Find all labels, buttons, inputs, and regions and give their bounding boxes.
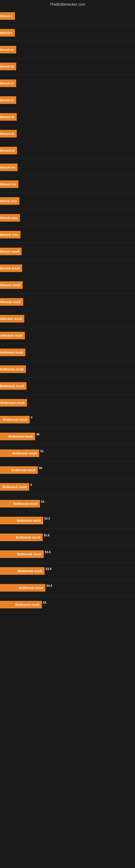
- bar-row: Bottleneck result: [0, 378, 135, 394]
- bar-label: Bottleneck result: [10, 466, 37, 474]
- bar-fill: Bottleneck r: [0, 12, 15, 20]
- bar-value: 53.9: [46, 567, 51, 570]
- bar-row: Bottleneck res: [0, 159, 135, 176]
- bar-row: Bottleneck result51.: [0, 495, 135, 512]
- bar-value: 51.: [40, 450, 44, 453]
- bar-fill: Bottleneck res: [0, 180, 18, 188]
- bar-fill: Bottleneck resu: [0, 197, 19, 205]
- bar-fill: Bottleneck r: [0, 29, 15, 37]
- bar-fill: Bottleneck re: [0, 46, 16, 54]
- bar-label: Bottleneck result: [11, 450, 38, 457]
- bar-value: 50: [39, 466, 42, 469]
- bar-label: Bottleneck result: [12, 500, 39, 507]
- bar-row: Bottleneck result: [0, 394, 135, 411]
- bar-value: 54.4: [46, 584, 52, 587]
- bar-row: Bottleneck result52.6: [0, 529, 135, 546]
- bar-value: 53.2: [44, 517, 50, 520]
- bar-label: Bottleneck result: [2, 416, 29, 424]
- bar-row: Bottleneck result: [0, 344, 135, 361]
- bar-label: Bottleneck re: [0, 63, 15, 70]
- bar-fill: Bottleneck re: [0, 113, 17, 121]
- bar-label: Bottleneck re: [0, 130, 16, 137]
- bar-fill: Bottleneck resu: [0, 214, 20, 222]
- bar-row: Bottleneck result53.2: [0, 512, 135, 529]
- bar-label: Bottleneck result: [0, 315, 23, 322]
- bar-fill: Bottleneck result: [0, 332, 25, 339]
- bar-fill: Bottleneck result: [0, 567, 45, 575]
- bar-row: Bottleneck res: [0, 176, 135, 193]
- bar-label: Bottleneck re: [0, 96, 15, 104]
- bar-label: Bottleneck resu: [0, 197, 18, 205]
- bar-label: Bottleneck result: [7, 433, 34, 440]
- bar-fill: Bottleneck result: [0, 550, 44, 558]
- bar-label: Bottleneck result: [0, 348, 24, 356]
- bar-label: Bottleneck resu: [0, 214, 19, 222]
- bar-row: Bottleneck r: [0, 24, 135, 41]
- bar-row: Bottleneck re: [0, 75, 135, 92]
- bar-fill: Bottleneck result: [0, 298, 23, 306]
- bar-label: Bottleneck r: [0, 12, 14, 20]
- bar-label: Bottleneck res: [0, 163, 16, 171]
- bar-row: Bottleneck re: [0, 92, 135, 108]
- bar-fill: Bottleneck result: [0, 399, 27, 407]
- bar-fill: Bottleneck result: [0, 315, 24, 322]
- bar-label: Bottleneck result: [17, 584, 44, 592]
- bar-row: Bottleneck resu: [0, 193, 135, 209]
- bar-row: Bottleneck result: [0, 277, 135, 293]
- bar-fill: Bottleneck result: [0, 466, 38, 474]
- site-title-container: TheBottlenecker.com: [0, 0, 135, 8]
- bar-row: Bottleneck r: [0, 8, 135, 24]
- bar-fill: Bottleneck result: [0, 500, 40, 507]
- chart-container: Bottleneck rBottleneck rBottleneck reBot…: [0, 8, 135, 613]
- bar-fill: Bottleneck result: [0, 365, 26, 373]
- bar-label: Bottleneck result: [15, 517, 42, 524]
- bar-fill: Bottleneck result: [0, 248, 21, 255]
- bar-row: Bottleneck result51.: [0, 445, 135, 462]
- bar-label: Bottleneck r: [0, 29, 14, 37]
- bar-row: Bottleneck result52.: [0, 596, 135, 613]
- bar-label: Bottleneck result: [14, 601, 41, 609]
- bar-row: Bottleneck re: [0, 41, 135, 58]
- bar-label: Bottleneck result: [17, 567, 43, 575]
- bar-row: Bottleneck re: [0, 125, 135, 142]
- bar-fill: Bottleneck re: [0, 80, 16, 87]
- bar-value: 49: [36, 433, 39, 436]
- bar-row: Bottleneck re: [0, 58, 135, 75]
- bar-fill: Bottleneck re: [0, 96, 16, 104]
- bar-fill: Bottleneck result: [0, 483, 29, 491]
- bar-row: Bottleneck result4: [0, 478, 135, 495]
- bar-fill: Bottleneck result: [0, 348, 26, 356]
- bar-label: Bottleneck result: [0, 298, 22, 306]
- bar-value: 52.: [43, 601, 47, 604]
- bar-fill: Bottleneck result: [0, 533, 43, 541]
- bar-row: Bottleneck resu: [0, 209, 135, 226]
- bar-fill: Bottleneck result: [0, 601, 42, 609]
- bar-value: 4: [31, 416, 32, 419]
- bar-row: Bottleneck result49: [0, 428, 135, 445]
- bar-label: Bottleneck result: [0, 332, 24, 339]
- bar-label: Bottleneck res: [0, 180, 17, 188]
- bar-row: Bottleneck result53.5: [0, 546, 135, 563]
- bar-value: 51.: [41, 500, 45, 503]
- bar-fill: Bottleneck result: [0, 450, 39, 457]
- bar-row: Bottleneck result: [0, 243, 135, 260]
- bar-value: 53.5: [45, 550, 50, 554]
- bar-fill: Bottleneck result: [0, 416, 30, 424]
- bar-row: Bottleneck result4: [0, 411, 135, 428]
- bar-label: Bottleneck result: [0, 382, 26, 390]
- bar-row: Bottleneck result54.4: [0, 579, 135, 596]
- bar-label: Bottleneck result: [1, 483, 28, 491]
- bar-fill: Bottleneck re: [0, 147, 17, 154]
- bar-row: Bottleneck re: [0, 108, 135, 125]
- bar-label: Bottleneck re: [0, 113, 16, 121]
- bar-fill: Bottleneck re: [0, 63, 16, 70]
- bar-label: Bottleneck result: [0, 365, 25, 373]
- bar-label: Bottleneck re: [0, 80, 15, 87]
- bar-row: Bottleneck result: [0, 361, 135, 378]
- bar-fill: Bottleneck result: [0, 265, 22, 272]
- bar-label: Bottleneck result: [0, 265, 21, 272]
- bar-fill: Bottleneck result: [0, 281, 23, 289]
- bar-fill: Bottleneck result: [0, 584, 45, 592]
- bar-row: Bottleneck result: [0, 310, 135, 327]
- bar-fill: Bottleneck result: [0, 517, 43, 524]
